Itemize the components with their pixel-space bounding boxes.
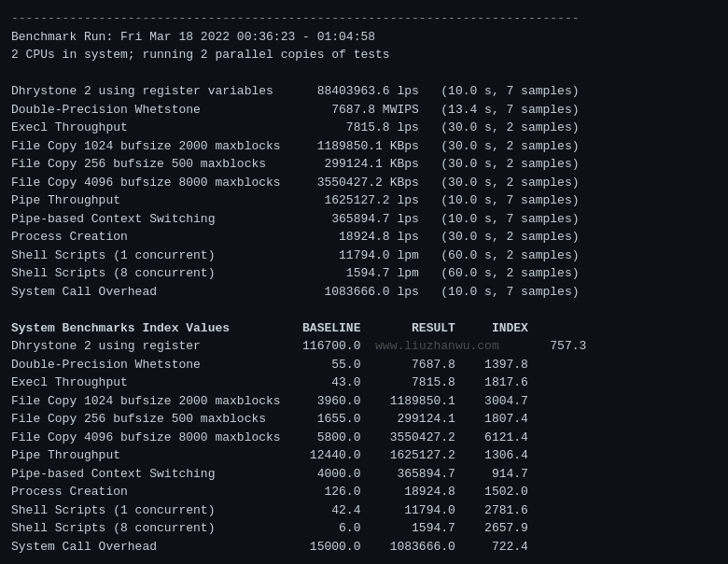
- benchmark-row: Pipe Throughput 1625127.2 lps (10.0 s, 7…: [11, 191, 717, 210]
- index-row: System Call Overhead 15000.0 1083666.0 7…: [11, 538, 717, 557]
- benchmark-row: Execl Throughput 7815.8 lps (30.0 s, 2 s…: [11, 119, 717, 137]
- benchmark-row: Pipe-based Context Switching 365894.7 lp…: [11, 210, 717, 229]
- index-row: File Copy 256 bufsize 500 maxblocks 1655…: [11, 410, 717, 429]
- index-row: Shell Scripts (1 concurrent) 42.4 11794.…: [11, 501, 717, 520]
- blank3: [11, 556, 717, 564]
- index-row: Execl Throughput 43.0 7815.8 1817.6: [11, 374, 717, 392]
- index-row: Double-Precision Whetstone 55.0 7687.8 1…: [11, 356, 717, 374]
- benchmark-row: Shell Scripts (8 concurrent) 1594.7 lpm …: [11, 264, 717, 283]
- benchmark-row: Process Creation 18924.8 lps (30.0 s, 2 …: [11, 228, 717, 247]
- benchmark-row: Dhrystone 2 using register variables 884…: [11, 82, 717, 101]
- index-row: Pipe Throughput 12440.0 1625127.2 1306.4: [11, 446, 717, 465]
- benchmark-row: File Copy 4096 bufsize 8000 maxblocks 35…: [11, 174, 717, 192]
- cpu-info-header: 2 CPUs in system; running 2 parallel cop…: [11, 46, 717, 64]
- benchmark-results: Dhrystone 2 using register variables 884…: [11, 82, 717, 301]
- benchmark-row: File Copy 256 bufsize 500 maxblocks 2991…: [11, 155, 717, 174]
- benchmark-row: File Copy 1024 bufsize 2000 maxblocks 11…: [11, 137, 717, 156]
- watermark: www.liuzhanwu.com: [360, 339, 513, 353]
- benchmark-row: Double-Precision Whetstone 7687.8 MWIPS …: [11, 101, 717, 120]
- index-row: File Copy 4096 bufsize 8000 maxblocks 58…: [11, 429, 717, 447]
- benchmark-row: Shell Scripts (1 concurrent) 11794.0 lpm…: [11, 247, 717, 265]
- blank1: [11, 64, 717, 83]
- terminal: ----------------------------------------…: [11, 9, 717, 564]
- separator-line: ----------------------------------------…: [11, 9, 717, 28]
- index-row: Process Creation 126.0 18924.8 1502.0: [11, 483, 717, 501]
- index-row: Pipe-based Context Switching 4000.0 3658…: [11, 465, 717, 484]
- index-table: System Benchmarks Index Values BASELINE …: [11, 319, 717, 557]
- benchmark-row: System Call Overhead 1083666.0 lps (10.0…: [11, 283, 717, 302]
- blank2: [11, 301, 717, 319]
- benchmark-run-header: Benchmark Run: Fri Mar 18 2022 00:36:23 …: [11, 28, 717, 47]
- index-row: File Copy 1024 bufsize 2000 maxblocks 39…: [11, 392, 717, 411]
- index-row: Dhrystone 2 using register 116700.0 www.…: [11, 337, 717, 356]
- index-row: Shell Scripts (8 concurrent) 6.0 1594.7 …: [11, 519, 717, 538]
- index-table-header: System Benchmarks Index Values BASELINE …: [11, 319, 717, 338]
